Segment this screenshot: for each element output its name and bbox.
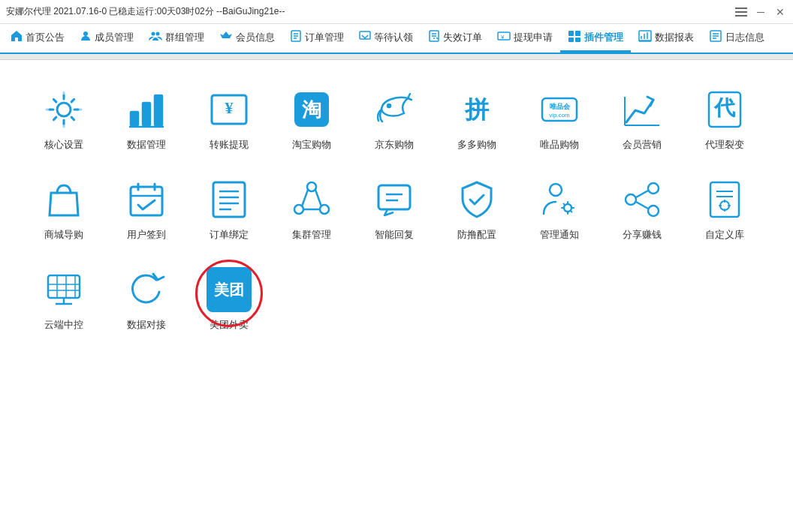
svg-rect-33 — [143, 103, 150, 125]
transfer-icon-box: ¥ — [207, 87, 252, 132]
chart-bar-icon — [126, 89, 167, 130]
plugin-data-manage[interactable]: 数据管理 — [105, 75, 188, 158]
gear-icon — [44, 89, 84, 130]
close-button[interactable]: ✕ — [773, 5, 787, 19]
svg-line-62 — [315, 190, 321, 206]
agent-split-icon-box: 代 — [702, 87, 747, 132]
navbar: 首页公告 成员管理 群组管理 会员信息 订单管理 等待认领 失效订单 — [0, 24, 793, 54]
svg-rect-21 — [575, 38, 580, 42]
taobao-label: 淘宝购物 — [292, 138, 331, 152]
svg-rect-18 — [568, 31, 574, 36]
svg-point-40 — [387, 104, 390, 107]
plugin-user-checkin[interactable]: 用户签到 — [105, 165, 188, 248]
taobao-icon: 淘 — [291, 89, 332, 130]
svg-rect-64 — [378, 185, 410, 209]
shopping-bag-icon — [44, 179, 84, 220]
spell-icon: 拼 — [457, 89, 497, 130]
plugin-vipshop[interactable]: 唯品会 vip.com 唯品购物 — [518, 75, 601, 158]
minimize-button[interactable]: ─ — [754, 5, 767, 19]
plugin-pinduoduo[interactable]: 拼 多多购物 — [436, 75, 518, 158]
vipshop-label: 唯品购物 — [540, 138, 579, 152]
nav-order-manage[interactable]: 订单管理 — [282, 24, 351, 53]
smart-reply-icon-box — [372, 177, 417, 222]
menu-button[interactable] — [734, 5, 748, 19]
plugin-icon — [568, 30, 581, 45]
plugin-jingdong[interactable]: 京东购物 — [353, 75, 436, 158]
nav-log-info[interactable]: 日志信息 — [701, 24, 772, 53]
withdraw-icon: ¥ — [497, 30, 511, 45]
svg-line-61 — [302, 190, 308, 206]
plugin-taobao[interactable]: 淘 淘宝购物 — [270, 75, 353, 158]
plugin-core-settings[interactable]: 核心设置 — [23, 75, 105, 158]
meituan-logo: 美团 — [207, 267, 252, 312]
plugin-smart-reply[interactable]: 智能回复 — [353, 165, 436, 248]
plugin-row-1: 核心设置 数据管理 ¥ — [23, 75, 770, 158]
agent-split-label: 代理裂变 — [705, 138, 744, 152]
plugin-meituan[interactable]: 美团 美团外卖 — [188, 255, 270, 338]
agent-icon: 代 — [704, 89, 745, 130]
custom-lib-label: 自定义库 — [705, 228, 744, 242]
atm-icon: ¥ — [209, 89, 249, 130]
svg-rect-19 — [575, 31, 580, 36]
cloud-control-icon-box — [41, 267, 86, 312]
order-bind-icon-box — [207, 177, 252, 222]
svg-point-77 — [626, 194, 636, 205]
nav-withdraw[interactable]: ¥ 提现申请 — [490, 24, 560, 53]
nav-data-report[interactable]: 数据报表 — [631, 24, 701, 53]
share-earn-label: 分享赚钱 — [623, 228, 662, 242]
share-icon — [622, 179, 662, 220]
nav-group-manage[interactable]: 群组管理 — [141, 24, 212, 53]
core-settings-label: 核心设置 — [44, 138, 83, 152]
svg-point-76 — [648, 206, 659, 216]
data-manage-icon-box — [124, 87, 169, 132]
jingdong-label: 京东购物 — [375, 138, 414, 152]
nav-pending-claim[interactable]: 等待认领 — [351, 24, 421, 53]
plugin-transfer[interactable]: ¥ 转账提现 — [188, 75, 270, 158]
smart-reply-label: 智能回复 — [375, 228, 414, 242]
data-connect-icon-box — [124, 267, 169, 312]
anti-block-label: 防撸配置 — [457, 228, 496, 242]
plugin-custom-lib[interactable]: 自定义库 — [683, 165, 766, 248]
plugin-row-2: 商城导购 用户签到 — [23, 165, 770, 248]
plugin-anti-block[interactable]: 防撸配置 — [436, 165, 518, 248]
svg-line-74 — [571, 211, 572, 212]
member-manage-icon — [80, 30, 92, 45]
plugin-mall-guide[interactable]: 商城导购 — [23, 165, 105, 248]
plugin-cloud-control[interactable]: 云端中控 — [23, 255, 105, 338]
pending-icon — [359, 30, 371, 45]
plugin-data-connect[interactable]: 数据对接 — [105, 255, 188, 338]
nav-vip-info[interactable]: 会员信息 — [212, 24, 282, 53]
chat-icon — [374, 179, 415, 220]
plugin-grid: 核心设置 数据管理 ¥ — [23, 75, 770, 345]
transfer-label: 转账提现 — [210, 138, 249, 152]
svg-line-78 — [636, 191, 648, 197]
plugin-member-marketing[interactable]: 会员营销 — [601, 75, 683, 158]
shield-icon — [457, 179, 497, 220]
plugin-share-earn[interactable]: 分享赚钱 — [601, 165, 683, 248]
member-marketing-icon-box — [620, 87, 665, 132]
main-content: 核心设置 数据管理 ¥ — [0, 60, 793, 532]
admin-notify-label: 管理通知 — [540, 228, 579, 242]
svg-rect-1 — [735, 11, 747, 13]
nav-member-manage[interactable]: 成员管理 — [72, 24, 141, 53]
svg-text:vip.com: vip.com — [549, 112, 570, 119]
plugin-cluster-manage[interactable]: 集群管理 — [270, 165, 353, 248]
nav-plugin-manage[interactable]: 插件管理 — [560, 24, 631, 53]
plugin-row-3: 云端中控 数据对接 美团 — [23, 255, 770, 338]
svg-point-31 — [57, 103, 71, 116]
svg-text:¥: ¥ — [225, 98, 234, 117]
cluster-manage-label: 集群管理 — [292, 228, 331, 242]
plugin-admin-notify[interactable]: 管理通知 — [518, 165, 601, 248]
svg-text:淘: 淘 — [302, 99, 321, 121]
order-icon — [290, 30, 302, 45]
titlebar-title: 安娜尔代理 2021.07.16-0 已稳走运行:00天03时02分 --Bai… — [6, 5, 285, 18]
nav-home[interactable]: 首页公告 — [3, 24, 72, 53]
plugin-agent-split[interactable]: 代 代理裂变 — [683, 75, 766, 158]
mall-guide-icon-box — [41, 177, 86, 222]
plugin-order-bind[interactable]: 订单绑定 — [188, 165, 270, 248]
svg-text:代: 代 — [713, 96, 736, 119]
svg-rect-20 — [568, 38, 574, 42]
vipshop-icon-box: 唯品会 vip.com — [537, 87, 582, 132]
order-bind-label: 订单绑定 — [210, 228, 249, 242]
nav-invalid-order[interactable]: 失效订单 — [421, 24, 490, 53]
